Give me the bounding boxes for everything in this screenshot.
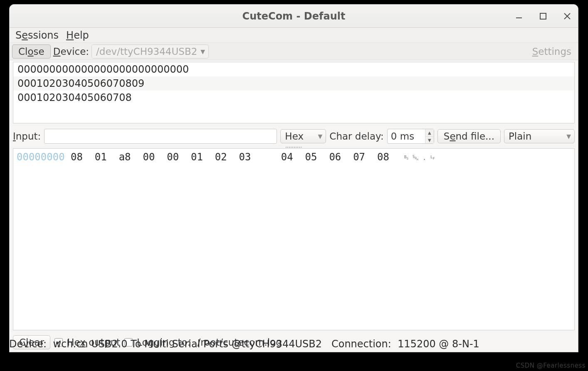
hex-bytes: 04 05 06 07 08	[281, 151, 389, 163]
window-controls	[512, 5, 574, 28]
hex-ascii-ctrl: BSSOH.LF	[404, 154, 439, 162]
input-label: Input:	[13, 131, 41, 142]
hex-address: 00000000	[17, 151, 65, 163]
svg-rect-1	[540, 13, 546, 19]
receive-line: 00010203040506070809	[13, 76, 574, 91]
hex-line: 00000000 08 01 a8 00 00 01 02 03 04 05 0…	[17, 151, 571, 163]
hex-dump-pane[interactable]: 00000000 08 01 a8 00 00 01 02 03 04 05 0…	[13, 148, 575, 330]
status-connection-value: 115200 @ 8-N-1	[398, 338, 479, 350]
step-up-icon[interactable]: ▲	[425, 129, 434, 136]
step-down-icon[interactable]: ▼	[425, 136, 434, 143]
menu-sessions[interactable]: Sessions	[15, 29, 59, 41]
watermark: CSDN @Fearlessness	[516, 362, 586, 369]
app-window: CuteCom - Default Sessions Help Close De…	[9, 4, 578, 352]
receive-line: 000102030405060708	[13, 91, 574, 105]
chardelay-stepper[interactable]: 0 ms ▲ ▼	[387, 129, 434, 144]
sendmode-value: Plain	[509, 131, 531, 142]
input-format-value: Hex	[285, 131, 304, 142]
sendmode-combo[interactable]: Plain ▼	[504, 129, 575, 143]
input-format-combo[interactable]: Hex ▼	[280, 129, 326, 143]
receive-pane[interactable]: 000000000000000000000000000 000102030405…	[13, 62, 575, 123]
window-title: CuteCom - Default	[242, 10, 346, 22]
close-connection-button[interactable]: Close	[12, 44, 51, 59]
status-device-label: Device:	[9, 338, 47, 350]
menubar: Sessions Help	[10, 28, 578, 43]
settings-button[interactable]: Settings	[532, 46, 576, 57]
send-file-button[interactable]: Send file...	[437, 129, 501, 143]
receive-line: 000000000000000000000000000	[13, 62, 574, 76]
device-value: /dev/ttyCH9344USB2	[96, 46, 197, 57]
maximize-button[interactable]	[536, 10, 550, 23]
chevron-down-icon: ▼	[566, 133, 571, 140]
menu-help[interactable]: Help	[66, 29, 89, 41]
chardelay-value: 0 ms	[388, 131, 425, 142]
hex-bytes: 08 01 a8 00 00 01 02 03	[65, 151, 251, 163]
close-window-button[interactable]	[561, 10, 574, 23]
statusbar: Device: wch.cn USB2.0 To Multi Serial Po…	[9, 337, 578, 351]
chardelay-label: Char delay:	[329, 131, 383, 142]
status-device-value: wch.cn USB2.0 To Multi Serial Ports @tty…	[53, 338, 322, 350]
device-label: Device:	[53, 46, 89, 57]
input-row: Input: Hex ▼ Char delay: 0 ms ▲ ▼ Send f…	[10, 127, 578, 146]
titlebar: CuteCom - Default	[10, 5, 578, 28]
chevron-down-icon: ▼	[318, 133, 323, 140]
device-combo[interactable]: /dev/ttyCH9344USB2 ▼	[91, 44, 209, 59]
input-field[interactable]	[44, 129, 277, 144]
toolbar: Close Device: /dev/ttyCH9344USB2 ▼ Setti…	[10, 43, 578, 60]
minimize-button[interactable]	[512, 10, 526, 23]
status-connection-label: Connection:	[331, 338, 391, 350]
chevron-down-icon: ▼	[200, 48, 205, 55]
